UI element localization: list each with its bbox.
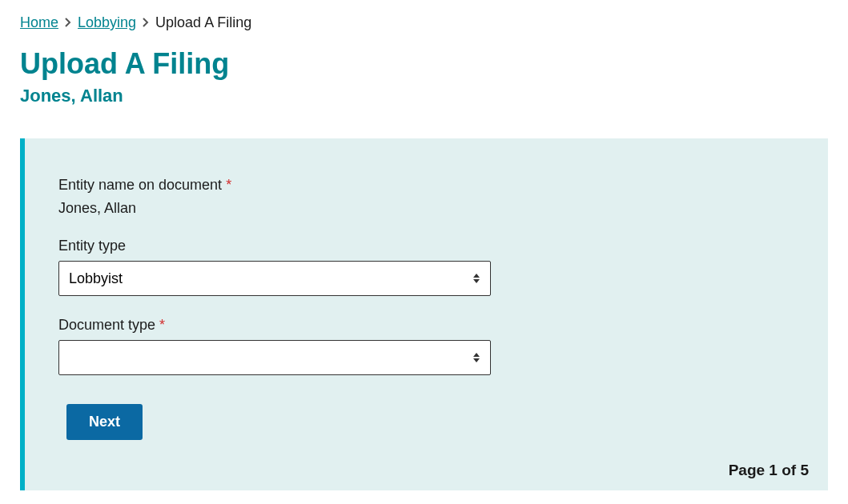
document-type-group: Document type * bbox=[58, 317, 794, 375]
entity-type-select[interactable]: Lobbyist bbox=[58, 261, 491, 296]
entity-type-group: Entity type Lobbyist bbox=[58, 238, 794, 296]
document-type-select-wrapper bbox=[58, 340, 491, 375]
page-indicator: Page 1 of 5 bbox=[729, 462, 809, 479]
breadcrumb-lobbying-link[interactable]: Lobbying bbox=[78, 14, 136, 31]
entity-name-value: Jones, Allan bbox=[58, 200, 794, 217]
chevron-right-icon bbox=[65, 17, 71, 30]
entity-type-label: Entity type bbox=[58, 238, 794, 254]
form-panel: Entity name on document * Jones, Allan E… bbox=[20, 138, 828, 490]
required-indicator: * bbox=[159, 317, 165, 333]
breadcrumb-home-link[interactable]: Home bbox=[20, 14, 58, 31]
required-indicator: * bbox=[226, 177, 231, 193]
entity-name-label: Entity name on document * bbox=[58, 177, 794, 194]
breadcrumb: Home Lobbying Upload A Filing bbox=[20, 14, 828, 31]
document-type-label-text: Document type bbox=[58, 317, 155, 333]
breadcrumb-current: Upload A Filing bbox=[155, 14, 251, 31]
next-button[interactable]: Next bbox=[66, 404, 143, 440]
page-subtitle: Jones, Allan bbox=[20, 86, 828, 106]
chevron-right-icon bbox=[143, 17, 149, 30]
document-type-label: Document type * bbox=[58, 317, 794, 334]
entity-type-select-wrapper: Lobbyist bbox=[58, 261, 491, 296]
entity-name-label-text: Entity name on document bbox=[58, 177, 222, 193]
entity-name-group: Entity name on document * Jones, Allan bbox=[58, 177, 794, 217]
page-title: Upload A Filing bbox=[20, 47, 828, 81]
document-type-select[interactable] bbox=[58, 340, 491, 375]
